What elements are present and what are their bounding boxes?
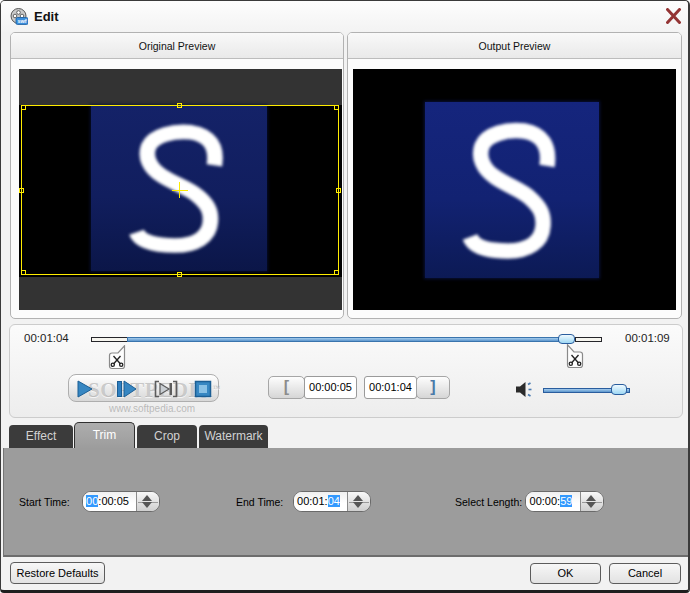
svg-text:swf: swf: [17, 18, 26, 24]
